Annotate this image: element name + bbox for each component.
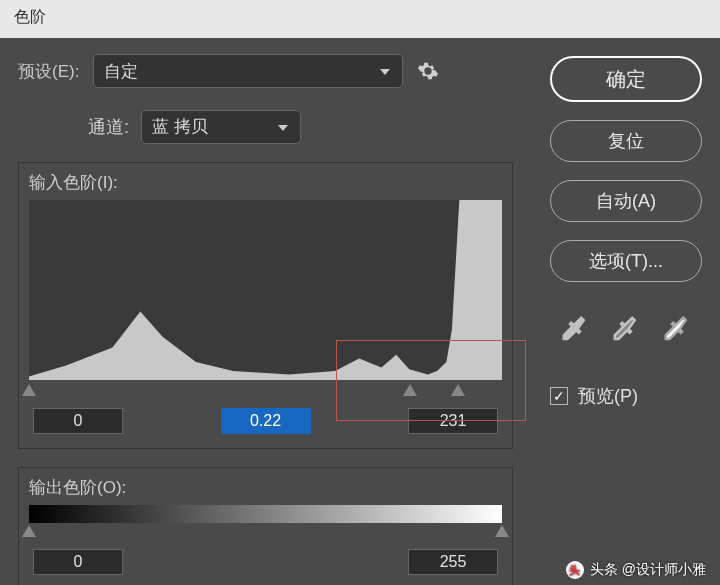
watermark-text: 头条 @设计师小雅 xyxy=(590,561,706,579)
input-gamma-slider[interactable] xyxy=(403,384,417,396)
output-levels-section: 输出色阶(O): xyxy=(18,467,513,585)
channel-select[interactable]: 蓝 拷贝 xyxy=(141,110,301,144)
eyedropper-gray-icon[interactable] xyxy=(611,314,641,344)
output-gradient xyxy=(29,505,502,523)
options-button[interactable]: 选项(T)... xyxy=(550,240,702,282)
eyedropper-black-icon[interactable] xyxy=(560,314,590,344)
reset-button[interactable]: 复位 xyxy=(550,120,702,162)
output-slider-track[interactable] xyxy=(29,527,502,541)
highlight-annotation xyxy=(336,340,525,421)
preset-select[interactable]: 自定 xyxy=(93,54,403,88)
input-white-slider[interactable] xyxy=(451,384,465,396)
channel-label: 通道: xyxy=(88,115,129,139)
preset-label: 预设(E): xyxy=(18,60,79,83)
output-black-slider[interactable] xyxy=(22,525,36,537)
input-slider-track[interactable] xyxy=(29,386,502,400)
output-levels-label: 输出色阶(O): xyxy=(29,476,502,499)
watermark: 头 头条 @设计师小雅 xyxy=(566,561,706,579)
output-white-slider[interactable] xyxy=(495,525,509,537)
watermark-icon: 头 xyxy=(566,561,584,579)
eyedropper-white-icon[interactable] xyxy=(662,314,692,344)
input-levels-label: 输入色阶(I): xyxy=(29,171,502,194)
title-bar: 色阶 xyxy=(0,0,720,38)
histogram xyxy=(29,200,502,380)
channel-value: 蓝 拷贝 xyxy=(152,117,208,136)
input-black-slider[interactable] xyxy=(22,384,36,396)
gear-icon[interactable] xyxy=(417,60,439,82)
dialog-title: 色阶 xyxy=(14,8,46,25)
input-levels-section: 输入色阶(I): xyxy=(18,162,513,449)
output-black-field[interactable] xyxy=(33,549,123,575)
ok-button[interactable]: 确定 xyxy=(550,56,702,102)
preview-checkbox[interactable]: ✓ xyxy=(550,387,568,405)
preview-label: 预览(P) xyxy=(578,384,638,408)
input-gamma-field[interactable] xyxy=(221,408,311,434)
input-black-field[interactable] xyxy=(33,408,123,434)
preset-value: 自定 xyxy=(104,60,138,83)
output-white-field[interactable] xyxy=(408,549,498,575)
auto-button[interactable]: 自动(A) xyxy=(550,180,702,222)
